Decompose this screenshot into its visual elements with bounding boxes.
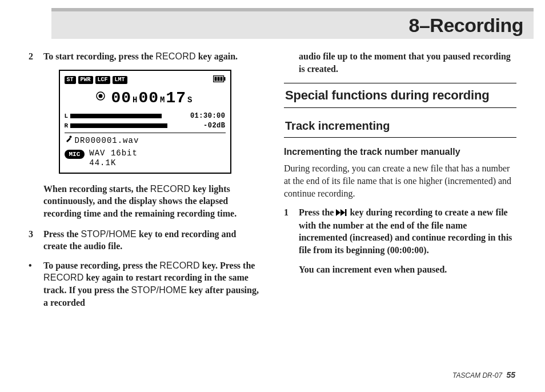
text-fragment: key again.: [196, 51, 238, 61]
lcd-minutes: 00: [138, 87, 159, 109]
two-column-layout: 2 To start recording, press the RECORD k…: [29, 50, 516, 315]
lcd-filename: DR000001.wav: [75, 135, 139, 146]
svg-marker-8: [336, 209, 340, 216]
lcd-divider: [65, 133, 226, 133]
lcd-seconds-unit: S: [187, 95, 192, 106]
lcd-screenshot: ST PWR LCF LMT 00 H 00: [29, 70, 261, 174]
svg-rect-10: [345, 209, 347, 216]
lcd-remaining-time: 01:30:00: [190, 111, 226, 121]
lcd-format-row: MIC WAV 16bit 44.1K: [65, 149, 226, 168]
record-indicator-icon: [96, 91, 105, 105]
lcd-seconds: 17: [166, 87, 187, 109]
increment-description: During recording, you can create a new f…: [284, 162, 516, 199]
footer-page-number: 55: [506, 370, 515, 379]
continuation-text: audio file up to the moment that you pau…: [284, 50, 516, 75]
text-fragment: Press the: [299, 207, 336, 217]
step-2-text: To start recording, press the RECORD key…: [43, 50, 261, 63]
lcd-format: WAV 16bit 44.1K: [89, 149, 138, 168]
lcd-elapsed-time: 00 H 00 M 17 S: [65, 87, 226, 109]
chapter-header: 8–Recording: [51, 8, 534, 39]
bullet-text: To pause recording, press the RECORD key…: [43, 259, 261, 309]
text-fragment: To start recording, press the: [43, 51, 155, 61]
lcd-filename-row: DR000001.wav: [65, 135, 226, 146]
step-number: 3: [29, 228, 43, 253]
bullet-pause: • To pause recording, press the RECORD k…: [29, 259, 261, 309]
lcd-db-level: -02dB: [203, 121, 226, 130]
section-heading-special-functions: Special functions during recording: [284, 83, 516, 108]
svg-marker-9: [340, 209, 345, 216]
lcd-top-row: ST PWR LCF LMT: [65, 74, 226, 87]
svg-rect-1: [224, 77, 226, 81]
lcd-minutes-unit: M: [160, 95, 165, 106]
stop-home-key-label: STOP/HOME: [131, 285, 187, 295]
increment-note: You can increment even when paused.: [284, 263, 516, 276]
svg-rect-4: [220, 77, 222, 81]
meter-l-label: L: [65, 112, 70, 121]
microphone-icon: [65, 135, 73, 146]
step-3-text: Press the STOP/HOME key to end recording…: [43, 228, 261, 253]
chapter-title: 8–Recording: [409, 14, 523, 37]
lcd-tag-st: ST: [65, 76, 76, 84]
text-fragment: key. Press the: [200, 261, 255, 270]
text-fragment: audio file up to the moment that you pau…: [299, 51, 511, 74]
lcd-hours-unit: H: [133, 95, 137, 106]
text-fragment: When recording starts, the: [43, 184, 150, 194]
lcd-tag-lmt: LMT: [113, 76, 127, 84]
sub-subsection-heading-manual-increment: Incrementing the track number manually: [284, 146, 516, 158]
record-key-label: RECORD: [159, 261, 200, 270]
manual-page: 8–Recording 2 To start recording, press …: [0, 0, 545, 392]
right-column: audio file up to the moment that you pau…: [284, 50, 516, 315]
after-lcd-note: When recording starts, the RECORD key li…: [29, 183, 261, 220]
increment-step-1: 1 Press the key during recording to crea…: [284, 206, 516, 256]
svg-point-7: [69, 136, 71, 138]
lcd-hours: 00: [111, 87, 131, 109]
lcd-meter-right: R -02dB: [65, 121, 226, 130]
record-key-label: RECORD: [150, 184, 191, 194]
meter-r-bar: [70, 123, 167, 128]
text-fragment: To pause recording, press the: [43, 261, 159, 270]
step-number: 1: [284, 206, 299, 256]
meter-r-label: R: [65, 122, 70, 130]
lcd-meter-left: L 01:30:00: [65, 111, 226, 121]
lcd-input-badge: MIC: [65, 150, 85, 159]
text-fragment: Press the: [43, 229, 81, 239]
step-3: 3 Press the STOP/HOME key to end recordi…: [29, 228, 261, 253]
lcd-tag-lcf: LCF: [95, 76, 110, 84]
skip-forward-icon: [336, 207, 347, 219]
left-column: 2 To start recording, press the RECORD k…: [29, 50, 261, 315]
record-key-label: RECORD: [155, 51, 196, 61]
bullet-mark: •: [29, 259, 43, 309]
header-body: 8–Recording: [51, 11, 534, 39]
battery-icon: [213, 74, 226, 87]
subsection-heading-track-incrementing: Track incrementing: [284, 118, 516, 138]
lcd-format-line1: WAV 16bit: [89, 149, 138, 158]
lcd-panel: ST PWR LCF LMT 00 H 00: [59, 70, 231, 174]
step-number: 2: [29, 50, 43, 63]
svg-point-6: [99, 94, 103, 98]
svg-rect-3: [217, 77, 219, 81]
footer-model: TASCAM DR-07: [452, 371, 502, 379]
page-footer: TASCAM DR-07 55: [452, 370, 515, 379]
meter-l-bar: [70, 114, 162, 118]
record-key-label: RECORD: [43, 273, 84, 282]
lcd-format-line2: 44.1K: [89, 158, 116, 167]
stop-home-key-label: STOP/HOME: [81, 229, 137, 239]
increment-step-1-text: Press the key during recording to create…: [299, 206, 516, 256]
step-2: 2 To start recording, press the RECORD k…: [29, 50, 261, 63]
lcd-tag-pwr: PWR: [78, 76, 93, 84]
text-fragment: You can increment even when paused.: [299, 265, 447, 274]
svg-rect-2: [214, 77, 217, 81]
